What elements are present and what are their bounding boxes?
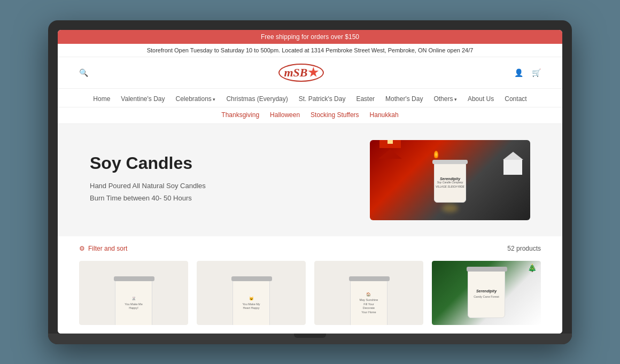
hero-subtitle2: Burn Time between 40- 50 Hours [90, 194, 354, 202]
house-window [387, 140, 393, 144]
website: Free shipping for orders over $150 Store… [58, 30, 562, 334]
laptop-screen: Free shipping for orders over $150 Store… [58, 30, 562, 334]
filter-bar: ⚙ Filter and sort 52 products [79, 245, 541, 252]
search-icon[interactable] [79, 69, 88, 77]
serendipity-brand: Serendipity [474, 289, 499, 294]
product-count: 52 products [507, 245, 541, 252]
serendipity-label: Serendipity Candy Cane Forest [471, 286, 501, 301]
house-roof [378, 149, 402, 159]
announcement-white-bar: Storefront Open Tuesday to Saturday 10 t… [58, 44, 562, 57]
nav-stpatricks[interactable]: St. Patrick's Day [294, 93, 350, 105]
candle-label-3: 🏠 May Sunshine Fill Your Decorate Your H… [358, 290, 381, 317]
filter-label: Filter and sort [88, 245, 127, 252]
product-card-2[interactable]: 🐱 You Make My Heart Happy [197, 261, 306, 325]
hero-image-bg: Serendipity Soy Candle Company VILLAGE S… [370, 140, 530, 220]
serendipity-scent: Candy Cane Forest [474, 295, 499, 299]
candle-lid-2 [231, 276, 272, 281]
candle-jar-2: 🐱 You Make My Heart Happy [232, 280, 270, 325]
white-house-body [503, 160, 522, 175]
candy-cane-decoration: 🎄 [528, 264, 537, 272]
nav-celebrations[interactable]: Celebrations [171, 93, 220, 105]
storefront-info-text: Storefront Open Tuesday to Saturday 10 t… [147, 47, 474, 53]
hero-white-house [503, 151, 522, 175]
laptop-notch [294, 334, 326, 338]
hero-sub-brand: Soy Candle Company [436, 181, 464, 184]
hero-text: Soy Candles Hand Poured All Natural Soy … [90, 153, 354, 206]
hero-candle-jar: Serendipity Soy Candle Company VILLAGE S… [434, 162, 466, 203]
announcement-red-bar: Free shipping for orders over $150 [58, 30, 562, 44]
product-grid: 🐰 You Make Me Happy! [79, 261, 541, 325]
white-house-roof [503, 152, 523, 160]
sub-navigation: Thanksgiving Halloween Stocking Stuffers… [58, 107, 562, 124]
laptop-shell: Free shipping for orders over $150 Store… [48, 20, 572, 344]
nav-contact[interactable]: Contact [500, 93, 531, 105]
hero-subtitle1: Hand Poured All Natural Soy Candles [90, 182, 354, 190]
site-logo[interactable]: mSB★ [88, 64, 514, 82]
hero-candle-label: Serendipity Soy Candle Company VILLAGE S… [435, 176, 466, 189]
msb-logo: mSB★ [278, 64, 323, 82]
nav-about[interactable]: About Us [463, 93, 498, 105]
hero-candle-glow [442, 204, 458, 212]
bunny-icon: 🐰 [125, 296, 142, 301]
logo-text: mSB★ [278, 64, 323, 82]
user-icon[interactable] [514, 68, 523, 77]
nav-halloween[interactable]: Halloween [266, 110, 304, 120]
hero-candle-container: Serendipity Soy Candle Company VILLAGE S… [434, 162, 466, 203]
candle-jar-1: 🐰 You Make Me Happy! [115, 280, 152, 325]
nav-thanksgiving[interactable]: Thanksgiving [217, 110, 264, 120]
cat-icon: 🐱 [242, 296, 260, 301]
filter-sort-button[interactable]: ⚙ Filter and sort [79, 245, 127, 252]
product-image-2: 🐱 You Make My Heart Happy [197, 261, 306, 325]
candle-lid-1 [114, 276, 154, 281]
laptop-base [48, 334, 572, 344]
nav-others[interactable]: Others [429, 93, 461, 105]
product-image-1: 🐰 You Make Me Happy! [79, 261, 188, 325]
logo-star: ★ [308, 66, 319, 79]
candle-jar-3: 🏠 May Sunshine Fill Your Decorate Your H… [350, 280, 387, 325]
product-card-4[interactable]: 🎄 Serendipity Candy Cane Forest [432, 261, 541, 325]
hero-image: Serendipity Soy Candle Company VILLAGE S… [370, 140, 530, 220]
header-actions [514, 68, 541, 77]
candle-label-1: 🐰 You Make Me Happy! [122, 294, 144, 313]
nav-valentines[interactable]: Valentine's Day [117, 93, 169, 105]
nav-home[interactable]: Home [89, 93, 114, 105]
nav-christmas[interactable]: Christmas (Everyday) [222, 93, 292, 105]
serendipity-lid [467, 267, 507, 272]
nav-hanukkah[interactable]: Hanukkah [366, 110, 403, 120]
hero-title: Soy Candles [90, 153, 354, 173]
hero-section: Soy Candles Hand Poured All Natural Soy … [58, 124, 562, 236]
hero-brand-text: Serendipity [436, 177, 464, 181]
serendipity-jar: Serendipity Candy Cane Forest [468, 270, 505, 318]
main-navigation: Home Valentine's Day Celebrations Christ… [58, 89, 562, 107]
house-icon: 🏠 [360, 292, 378, 297]
candle-label-2: 🐱 You Make My Heart Happy [240, 294, 262, 313]
nav-easter[interactable]: Easter [352, 93, 379, 105]
nav-stocking-stuffers[interactable]: Stocking Stuffers [306, 110, 363, 120]
cart-icon[interactable] [532, 68, 541, 77]
product-image-4: 🎄 Serendipity Candy Cane Forest [432, 261, 541, 325]
free-shipping-text: Free shipping for orders over $150 [261, 33, 359, 41]
hero-scent: VILLAGE SLEIGH RIDE [436, 185, 464, 188]
hero-candle-flame [434, 151, 438, 158]
product-image-3: 🏠 May Sunshine Fill Your Decorate Your H… [314, 261, 423, 325]
product-card-3[interactable]: 🏠 May Sunshine Fill Your Decorate Your H… [314, 261, 423, 325]
product-card-1[interactable]: 🐰 You Make Me Happy! [79, 261, 188, 325]
candle-lid-3 [349, 276, 390, 281]
hero-candle-lid [432, 160, 468, 164]
site-header: mSB★ [58, 57, 562, 89]
search-icon-container[interactable] [79, 68, 88, 77]
filter-icon: ⚙ [79, 245, 85, 252]
products-section: ⚙ Filter and sort 52 products 🐰 [58, 236, 562, 334]
nav-mothers-day[interactable]: Mother's Day [381, 93, 427, 105]
